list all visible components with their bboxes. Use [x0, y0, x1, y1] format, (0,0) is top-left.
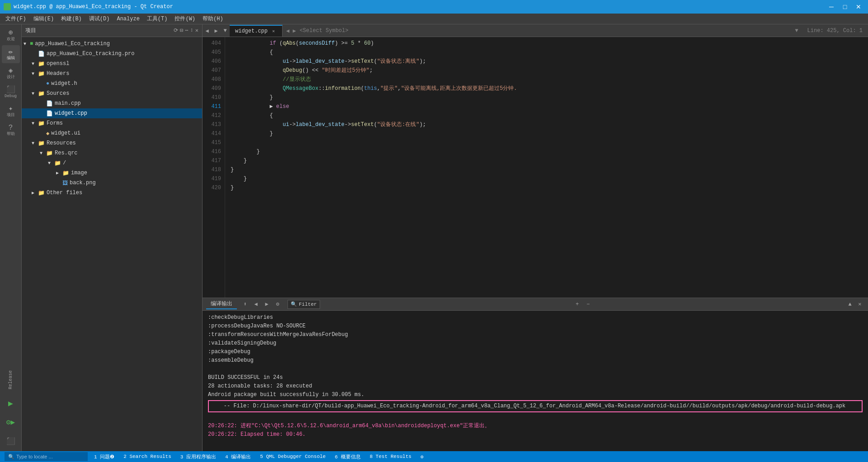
- pro-icon: 📄: [38, 51, 45, 57]
- search-icon: 🔍: [291, 301, 297, 307]
- title-bar: widget.cpp @ app_Huawei_Eco_tracking - Q…: [0, 0, 868, 14]
- status-search-input[interactable]: [16, 454, 84, 459]
- sidebar-release[interactable]: Release: [2, 366, 20, 393]
- sidebar-stop[interactable]: ⬛: [2, 432, 20, 450]
- filter-icon[interactable]: ⊟: [180, 27, 183, 34]
- output-settings[interactable]: ⚙: [273, 300, 282, 309]
- tree-item-headers[interactable]: ▼ 📁 Headers: [22, 69, 202, 79]
- status-item-problems[interactable]: 1 问题❷: [91, 451, 117, 462]
- design-label: 设计: [7, 75, 15, 79]
- tree-item-root[interactable]: ▼ ■ app_Huawei_Eco_tracking: [22, 39, 202, 49]
- folder-icon-sources: 📁: [38, 90, 45, 97]
- tree-item-forms[interactable]: ▼ 📁 Forms: [22, 118, 202, 128]
- sidebar-design[interactable]: ◈ 设计: [2, 64, 20, 82]
- output-filter[interactable]: 🔍 Filter: [288, 300, 320, 309]
- tab-nav-menu[interactable]: ▼: [221, 25, 230, 37]
- tree-item-other[interactable]: ▶ 📁 Other files: [22, 188, 202, 198]
- symbol-selector[interactable]: ◀ ▶ <Select Symbol> ▼: [283, 25, 802, 37]
- output-expand[interactable]: ▲: [845, 300, 854, 309]
- menu-analyze[interactable]: Analyze: [113, 14, 143, 24]
- welcome-label: 欢迎: [7, 37, 15, 42]
- output-scroll-prev[interactable]: ◀: [251, 300, 260, 309]
- tree-item-image[interactable]: ▶ 📁 image: [22, 168, 202, 178]
- close-button[interactable]: ✕: [853, 2, 864, 11]
- output-close[interactable]: ✕: [855, 300, 864, 309]
- status-item-search[interactable]: 2 Search Results: [121, 451, 174, 462]
- code-content[interactable]: if (qAbs(secondsDiff) >= 5 * 60) { ui->l…: [225, 37, 862, 298]
- filter-placeholder: Filter: [299, 302, 317, 307]
- tree-item-pro[interactable]: 📄 app_Huawei_Eco_tracking.pro: [22, 49, 202, 59]
- arrow-res-qrc: ▼: [40, 151, 46, 156]
- tab-close-button[interactable]: ✕: [270, 28, 277, 34]
- tree-item-main-cpp[interactable]: 📄 main.cpp: [22, 98, 202, 108]
- tree-label-forms: Forms: [47, 120, 200, 126]
- close-panel-icon[interactable]: ✕: [195, 27, 198, 34]
- menu-debug[interactable]: 调试(D): [85, 14, 113, 24]
- settings-icon[interactable]: ⋯: [185, 27, 188, 34]
- menu-build[interactable]: 构建(B): [57, 14, 85, 24]
- minimize-button[interactable]: ─: [826, 2, 837, 11]
- output-line-elapsed: 20:26:22: Elapsed time: 00:46.: [208, 431, 306, 438]
- sidebar-welcome[interactable]: ⊕ 欢迎: [2, 26, 20, 44]
- tree-item-widget-cpp[interactable]: 📄 widget.cpp: [22, 108, 202, 118]
- output-add[interactable]: +: [573, 300, 582, 309]
- output-controls: + −: [573, 300, 593, 309]
- status-item-settings[interactable]: ⚙: [418, 451, 426, 462]
- project-tree: ▼ ■ app_Huawei_Eco_tracking 📄 app_Huawei…: [22, 37, 202, 451]
- tree-item-res-qrc[interactable]: ▼ 📁 Res.qrc: [22, 148, 202, 158]
- sidebar-project[interactable]: ✦ 项目: [2, 102, 20, 120]
- menu-controls[interactable]: 控件(W): [171, 14, 199, 24]
- code-line-417: }: [231, 158, 247, 164]
- tree-label-pro: app_Huawei_Eco_tracking.pro: [47, 51, 200, 57]
- code-line-419: }: [231, 176, 247, 182]
- status-item-compile-output[interactable]: 4 编译输出: [222, 451, 254, 462]
- line-num-409: 409: [206, 84, 221, 93]
- sidebar-debug[interactable]: ⬛ Debug: [2, 83, 20, 101]
- menu-file[interactable]: 文件(F): [2, 14, 30, 24]
- status-item-app-output[interactable]: 3 应用程序输出: [178, 451, 219, 462]
- menu-help[interactable]: 帮助(H): [199, 14, 227, 24]
- line-num-414: 414: [206, 129, 221, 138]
- window-controls: ─ □ ✕: [826, 2, 864, 11]
- sync-icon[interactable]: ⟳: [174, 27, 178, 34]
- tree-label-other: Other files: [47, 190, 200, 196]
- cpp-icon-widget: 📄: [46, 110, 53, 117]
- output-remove[interactable]: −: [584, 300, 593, 309]
- output-line-tasks: 28 actionable tasks: 28 executed: [208, 383, 312, 389]
- edit-label: 编辑: [7, 56, 15, 61]
- status-item-test-results[interactable]: 8 Test Results: [367, 451, 414, 462]
- output-window-controls: ▲ ✕: [845, 300, 864, 309]
- menu-tools[interactable]: 工具(T): [143, 14, 171, 24]
- output-line-build: BUILD SUCCESSFUL in 24s: [208, 374, 283, 381]
- output-line-4: :validateSigningDebug: [208, 340, 276, 346]
- tab-nav-left[interactable]: ◀: [203, 25, 212, 37]
- sidebar-edit[interactable]: ✏ 编辑: [2, 45, 20, 63]
- tree-item-slash[interactable]: ▼ 📁 /: [22, 158, 202, 168]
- tree-item-widget-h[interactable]: ● widget.h: [22, 79, 202, 89]
- collapse-icon[interactable]: ↕: [190, 27, 193, 34]
- tree-item-back-png[interactable]: 🖼 back.png: [22, 178, 202, 188]
- sidebar-build-run[interactable]: ⚙▶: [2, 413, 20, 431]
- tab-widget-cpp[interactable]: widget.cpp ✕: [230, 25, 283, 37]
- code-line-420: }: [231, 185, 234, 191]
- arrow-sources: ▼: [32, 91, 38, 96]
- output-content[interactable]: :checkDebugLibraries :processDebugJavaRe…: [203, 311, 868, 451]
- sidebar-run[interactable]: ▶: [2, 394, 20, 412]
- output-scroll-top[interactable]: ⬆: [241, 300, 250, 309]
- status-item-overview[interactable]: 6 概要信息: [332, 451, 363, 462]
- status-search[interactable]: 🔍: [5, 452, 88, 461]
- output-tab-compile[interactable]: 编译输出: [206, 299, 237, 309]
- output-scroll-next[interactable]: ▶: [262, 300, 271, 309]
- tree-item-widget-ui[interactable]: ◆ widget.ui: [22, 128, 202, 138]
- line-num-405: 405: [206, 48, 221, 57]
- sidebar-help[interactable]: ? 帮助: [2, 121, 20, 139]
- tree-item-openssl[interactable]: ▼ 📁 openssl: [22, 59, 202, 69]
- menu-edit[interactable]: 编辑(E): [30, 14, 58, 24]
- tree-item-resources[interactable]: ▼ 📁 Resources: [22, 138, 202, 148]
- tab-nav-right[interactable]: ▶: [212, 25, 221, 37]
- tree-item-sources[interactable]: ▼ 📁 Sources: [22, 89, 202, 98]
- arrow-resources: ▼: [32, 141, 38, 146]
- maximize-button[interactable]: □: [839, 2, 851, 11]
- status-item-qml-debug[interactable]: 5 QML Debugger Console: [257, 451, 328, 462]
- tree-label-slash: /: [63, 160, 200, 166]
